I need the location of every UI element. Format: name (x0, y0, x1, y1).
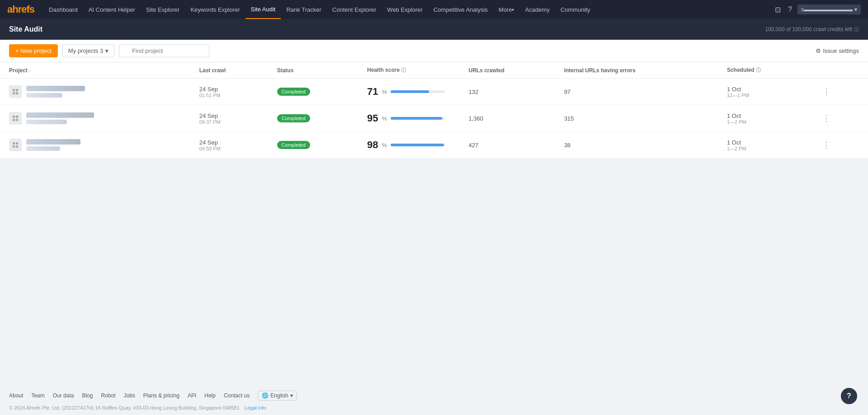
footer-help[interactable]: Help (204, 392, 216, 399)
health-bar-1 (391, 117, 445, 120)
top-navigation: ahrefs Dashboard AI Content Helper Site … (0, 0, 868, 19)
health-bar-0 (391, 90, 445, 93)
nav-keywords-explorer[interactable]: Keywords Explorer (185, 0, 245, 19)
nav-more[interactable]: More (493, 0, 520, 19)
nav-site-explorer[interactable]: Site Explorer (141, 0, 185, 19)
issue-settings-button[interactable]: ⚙ Issue settings (816, 47, 859, 54)
row-actions-cell-2: ⋮ (811, 132, 868, 159)
footer: About Team Our data Blog Robot Jobs Plan… (0, 380, 868, 415)
row-actions-cell-1: ⋮ (811, 105, 868, 132)
col-status: Status (270, 62, 360, 79)
col-project[interactable]: Project (0, 62, 192, 79)
status-badge-0: Completed (277, 88, 310, 96)
user-label: s▬▬▬▬▬▬▬▬▬ (801, 6, 853, 13)
scheduled-time-2: 1—2 PM (727, 146, 804, 151)
language-label: English (270, 392, 288, 399)
copyright: © 2024 Ahrefs Pte. Ltd. (201227417H) 16 … (9, 405, 859, 410)
last-crawl-cell-0: 24 Sep 01:51 PM (192, 79, 270, 105)
col-last-crawl: Last crawl (192, 62, 270, 79)
logo[interactable]: ahrefs (7, 4, 34, 15)
nav-competitive-analysis[interactable]: Competitive Analysis (428, 0, 493, 19)
nav-site-audit[interactable]: Site Audit (245, 0, 281, 19)
health-score-cell-2: 98 % (360, 132, 461, 159)
nav-community[interactable]: Community (555, 0, 596, 19)
row-more-button-2[interactable]: ⋮ (819, 138, 834, 152)
footer-contact[interactable]: Contact us (224, 392, 250, 399)
nav-academy[interactable]: Academy (519, 0, 555, 19)
footer-about[interactable]: About (9, 392, 23, 399)
health-bar-fill-0 (391, 90, 429, 93)
language-selector[interactable]: 🌐 English ▾ (258, 391, 297, 401)
table-header-row: Project Last crawl Status Health score ⓘ… (0, 62, 868, 79)
legal-info-link[interactable]: Legal info (245, 405, 266, 410)
col-health-score: Health score ⓘ (360, 62, 461, 79)
scheduled-time-0: 12—1 PM (727, 93, 804, 98)
user-menu[interactable]: s▬▬▬▬▬▬▬▬▬ ▾ (797, 5, 861, 14)
monitor-icon[interactable]: ⊡ (773, 4, 783, 16)
footer-our-data[interactable]: Our data (53, 392, 74, 399)
row-more-button-0[interactable]: ⋮ (819, 85, 834, 98)
health-percent-1: % (382, 115, 387, 122)
crawl-time-1: 09:37 PM (199, 119, 263, 125)
new-project-button[interactable]: + New project (9, 44, 58, 57)
nav-rank-tracker[interactable]: Rank Tracker (281, 0, 326, 19)
sub-header: Site Audit 100,000 of 100,000 crawl cred… (0, 19, 868, 40)
project-name-2 (26, 139, 80, 145)
row-more-button-1[interactable]: ⋮ (819, 112, 834, 125)
footer-blog[interactable]: Blog (82, 392, 93, 399)
help-circle-icon[interactable]: ? (786, 4, 794, 15)
scheduled-info-icon: ⓘ (756, 67, 761, 73)
crawl-date-1: 24 Sep (199, 112, 263, 119)
svg-rect-0 (13, 89, 15, 91)
health-number-1: 95 (367, 112, 378, 124)
nav-web-explorer[interactable]: Web Explorer (382, 0, 428, 19)
scheduled-cell-0: 1 Oct 12—1 PM (720, 79, 811, 105)
status-badge-2: Completed (277, 141, 310, 149)
project-cell-0 (0, 79, 192, 105)
col-urls-crawled: URLs crawled (462, 62, 557, 79)
project-icon-2 (9, 139, 22, 151)
settings-label: Issue settings (823, 47, 859, 54)
health-number-2: 98 (367, 139, 378, 151)
footer-jobs[interactable]: Jobs (123, 392, 135, 399)
svg-rect-7 (16, 119, 18, 121)
page-title: Site Audit (9, 25, 42, 33)
scheduled-date-0: 1 Oct (727, 86, 804, 93)
col-scheduled: Scheduled ⓘ (720, 62, 811, 79)
health-percent-0: % (382, 89, 387, 95)
footer-team[interactable]: Team (31, 392, 44, 399)
nav-content-explorer[interactable]: Content Explorer (327, 0, 382, 19)
nav-dashboard[interactable]: Dashboard (43, 0, 83, 19)
health-bar-2 (391, 144, 445, 146)
filter-label: My projects 3 (68, 47, 103, 54)
project-info-0 (26, 86, 85, 98)
project-url-1 (26, 120, 67, 124)
project-icon-1 (9, 112, 22, 125)
footer-api[interactable]: API (188, 392, 196, 399)
footer-robot[interactable]: Robot (101, 392, 115, 399)
internal-errors-cell-2: 38 (557, 132, 720, 159)
svg-rect-4 (13, 116, 15, 118)
project-url-2 (26, 146, 60, 151)
search-input[interactable] (119, 44, 209, 57)
svg-rect-2 (13, 92, 15, 94)
internal-errors-cell-0: 97 (557, 79, 720, 105)
copyright-text: © 2024 Ahrefs Pte. Ltd. (201227417H) 16 … (9, 405, 240, 410)
info-icon: ⓘ (854, 26, 859, 33)
footer-plans[interactable]: Plans & pricing (143, 392, 179, 399)
svg-rect-3 (16, 92, 18, 94)
svg-rect-9 (16, 142, 18, 145)
svg-rect-6 (13, 119, 15, 121)
svg-rect-8 (13, 142, 15, 145)
crawl-time-0: 01:51 PM (199, 93, 263, 98)
health-percent-2: % (382, 142, 387, 149)
help-button[interactable]: ? (841, 388, 857, 404)
project-info-2 (26, 139, 80, 151)
nav-ai-content-helper[interactable]: AI Content Helper (83, 0, 141, 19)
scheduled-cell-2: 1 Oct 1—2 PM (720, 132, 811, 159)
scheduled-date-1: 1 Oct (727, 112, 804, 119)
my-projects-filter[interactable]: My projects 3 ▾ (62, 44, 114, 57)
urls-crawled-cell-1: 1,360 (462, 105, 557, 132)
health-info-icon: ⓘ (401, 67, 406, 73)
svg-rect-5 (16, 116, 18, 118)
